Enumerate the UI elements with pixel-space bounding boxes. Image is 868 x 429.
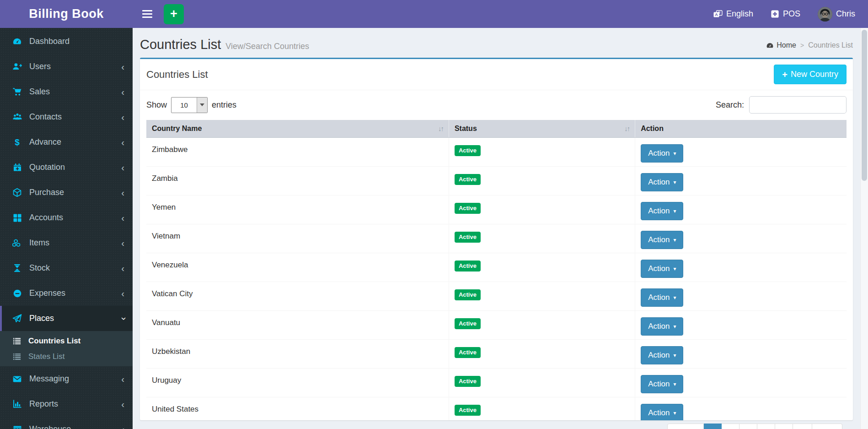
sidebar-item-items[interactable]: Items ‹ [0,230,133,255]
countries-card: Countries List + New Country Show 10 ent… [140,58,853,420]
pagination-page-button[interactable]: 4 [757,424,775,429]
caret-down-icon: ▾ [673,353,676,358]
pagination-page-button[interactable]: 5 [775,424,793,429]
table-row: United States Active Action▾ [146,397,847,421]
sidebar-item-purchase[interactable]: Purchase ‹ [0,180,133,205]
search-input[interactable] [749,96,847,114]
hourglass-icon [11,263,23,273]
sidebar-item-expenses[interactable]: Expenses ‹ [0,281,133,306]
status-cell: Active [449,397,635,421]
page-size-select[interactable]: 10 [171,97,208,113]
content-header: Countries List View/Search Countries Hom… [133,28,860,58]
action-dropdown-button[interactable]: Action▾ [641,288,683,307]
country-name-cell: Vatican City [146,282,449,311]
sidebar-item-label: Expenses [29,288,65,298]
sidebar-item-label: Quotation [29,163,65,172]
action-dropdown-button[interactable]: Action▾ [641,346,683,364]
status-badge: Active [455,174,481,185]
chevron-down-icon: ‹ [118,317,128,320]
sidebar-item-warehouse[interactable]: Warehouse ‹ [0,417,133,429]
sidebar-subitem-countries-list[interactable]: Countries List [0,333,133,349]
status-cell: Active [449,224,635,253]
sidebar-subitem-states-list[interactable]: States List [0,349,133,364]
breadcrumb-home-link[interactable]: Home [766,41,796,49]
sidebar-item-dashboard[interactable]: Dashboard [0,29,133,54]
sidebar-item-users[interactable]: Users ‹ [0,54,133,79]
plus-icon: + [170,8,177,20]
gauge-icon [766,42,774,49]
caret-down-icon: ▾ [673,208,676,214]
action-dropdown-button[interactable]: Action▾ [641,231,683,249]
caret-down-icon: ▾ [673,237,676,243]
status-cell: Active [449,167,635,195]
sidebar-item-label: Stock [29,263,50,273]
sidebar-toggle-button[interactable] [137,0,157,28]
status-badge: Active [455,405,481,416]
chevron-left-icon: ‹ [121,188,124,197]
sidebar-item-label: Contacts [29,112,62,122]
sidebar-item-accounts[interactable]: Accounts ‹ [0,205,133,230]
envelope-icon [11,375,23,384]
action-dropdown-button[interactable]: Action▾ [641,202,683,220]
sidebar-item-label: Messaging [29,374,69,384]
breadcrumb: Home > Countries List [766,41,853,52]
user-menu[interactable]: Chris [818,7,855,22]
breadcrumb-current: Countries List [808,41,853,49]
table-wrap: Country Name ↓↑ Status ↓↑ Action [140,120,853,420]
action-dropdown-button[interactable]: Action▾ [641,404,683,420]
sidebar-item-contacts[interactable]: Contacts ‹ [0,104,133,130]
user-plus-icon [11,62,23,71]
cubes-icon [11,238,23,248]
caret-down-icon: ▾ [673,410,676,416]
cube-icon [11,188,23,197]
sidebar-item-stock[interactable]: Stock ‹ [0,255,133,281]
new-country-button[interactable]: + New Country [774,65,847,84]
pagination-page-button[interactable]: 1 [704,424,722,429]
country-name-cell: Uruguay [146,369,449,397]
status-cell: Active [449,340,635,369]
action-dropdown-button[interactable]: Action▾ [641,317,683,336]
chevron-left-icon: ‹ [121,375,124,384]
action-dropdown-button[interactable]: Action▾ [641,173,683,191]
pagination-page-button[interactable]: 3 [739,424,757,429]
pagination-next-button[interactable]: Next [812,424,842,429]
sidebar-item-places[interactable]: Places ‹ [0,306,133,331]
pagination: Previous 1 2 3 4 5 … Next [667,424,842,429]
chevron-down-icon [197,98,207,113]
status-badge: Active [455,318,481,329]
column-header-country-name[interactable]: Country Name ↓↑ [146,120,449,138]
pagination-page-button[interactable]: 2 [722,424,739,429]
paper-plane-icon [11,314,23,323]
table-header-row: Country Name ↓↑ Status ↓↑ Action [146,120,847,138]
sidebar-item-label: Users [29,62,51,71]
countries-table: Country Name ↓↑ Status ↓↑ Action [146,120,847,420]
action-cell: Action▾ [635,311,847,340]
pagination-previous-button[interactable]: Previous [667,424,704,429]
status-badge: Active [455,289,481,300]
sidebar-item-sales[interactable]: Sales ‹ [0,79,133,104]
quick-add-button[interactable]: + [164,4,184,24]
action-cell: Action▾ [635,167,847,195]
sidebar-subitem-label: Countries List [28,337,80,346]
sidebar-item-quotation[interactable]: Quotation ‹ [0,155,133,180]
sidebar-item-reports[interactable]: Reports ‹ [0,391,133,417]
sidebar-item-advance[interactable]: $ Advance ‹ [0,130,133,155]
country-name-cell: Yemen [146,195,449,224]
pagination-ellipsis: … [793,424,812,429]
status-cell: Active [449,311,635,340]
plus-square-icon [771,10,779,18]
app-logo[interactable]: Billing Book [0,0,133,28]
status-cell: Active [449,253,635,282]
scrollbar-thumb[interactable] [862,30,867,181]
hamburger-icon [142,10,152,11]
column-header-status[interactable]: Status ↓↑ [449,120,635,138]
breadcrumb-home-label: Home [777,41,796,49]
sidebar-item-messaging[interactable]: Messaging ‹ [0,366,133,391]
language-switcher[interactable]: A English [713,9,753,19]
caret-down-icon: ▾ [673,324,676,329]
action-dropdown-button[interactable]: Action▾ [641,144,683,163]
country-name-cell: Uzbekistan [146,340,449,369]
action-dropdown-button[interactable]: Action▾ [641,375,683,393]
pos-button[interactable]: POS [771,9,800,19]
action-dropdown-button[interactable]: Action▾ [641,260,683,278]
